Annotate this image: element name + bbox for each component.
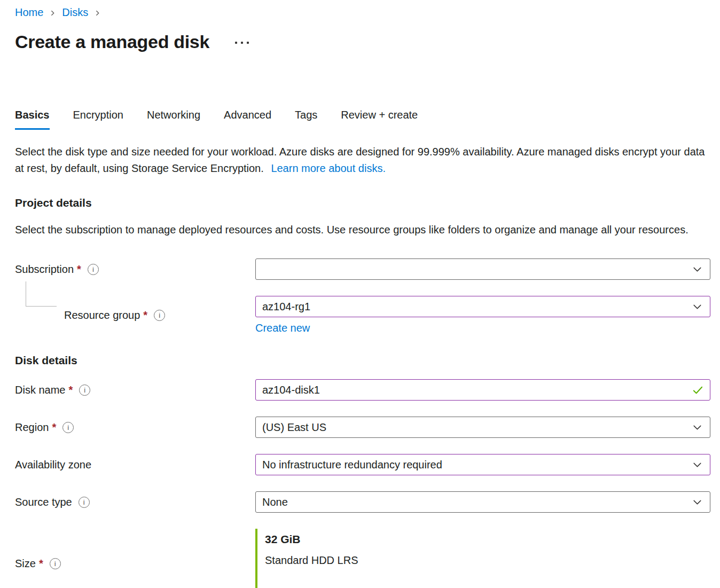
availability-zone-row: Availability zone No infrastructure redu… <box>15 454 710 475</box>
tab-networking[interactable]: Networking <box>147 108 200 130</box>
disk-name-input[interactable] <box>255 379 710 401</box>
ellipsis-dot <box>235 42 237 44</box>
region-label-group: Region * <box>15 417 255 438</box>
source-type-dropdown[interactable]: None <box>255 491 710 513</box>
ellipsis-dot <box>247 42 249 44</box>
tab-basics[interactable]: Basics <box>15 108 50 130</box>
title-row: Create a managed disk <box>15 31 710 52</box>
subscription-row: Subscription * <box>15 258 710 280</box>
tab-advanced[interactable]: Advanced <box>224 108 271 130</box>
source-type-row: Source type None <box>15 491 710 513</box>
subscription-dropdown[interactable] <box>255 258 710 280</box>
region-value: (US) East US <box>262 421 326 434</box>
create-new-link[interactable]: Create new <box>255 322 310 334</box>
breadcrumb-disks[interactable]: Disks <box>62 6 88 19</box>
availability-zone-dropdown[interactable]: No infrastructure redundancy required <box>255 454 710 475</box>
learn-more-link[interactable]: Learn more about disks. <box>271 162 386 174</box>
ellipsis-dot <box>241 42 243 44</box>
subscription-label-group: Subscription * <box>15 258 255 280</box>
disk-name-label: Disk name <box>15 384 65 396</box>
source-type-value: None <box>262 496 288 508</box>
resource-group-label: Resource group <box>64 309 140 322</box>
size-sku: Standard HDD LRS <box>265 554 710 567</box>
resource-group-row: Resource group * az104-rg1 Create new <box>15 296 710 334</box>
chevron-down-icon <box>691 496 703 508</box>
chevron-right-icon <box>49 9 57 17</box>
required-marker: * <box>39 558 43 570</box>
availability-zone-label: Availability zone <box>15 459 91 471</box>
resource-group-value: az104-rg1 <box>262 301 310 313</box>
chevron-right-icon <box>93 9 101 17</box>
resource-group-dropdown[interactable]: az104-rg1 <box>255 296 710 317</box>
source-type-label-group: Source type <box>15 491 255 513</box>
chevron-down-icon <box>691 263 703 276</box>
hierarchy-connector-line <box>26 281 57 307</box>
size-row: Size * 32 GiB Standard HDD LRS <box>15 529 710 588</box>
size-label: Size <box>15 558 36 570</box>
info-icon[interactable] <box>154 310 165 321</box>
availability-zone-label-group: Availability zone <box>15 454 255 475</box>
region-row: Region * (US) East US <box>15 417 710 438</box>
breadcrumb-home[interactable]: Home <box>15 6 43 19</box>
info-icon[interactable] <box>88 264 99 275</box>
project-details-form: Subscription * Resource group * <box>15 258 710 588</box>
info-icon[interactable] <box>62 422 74 433</box>
required-marker: * <box>52 421 56 434</box>
intro-paragraph: Select the disk type and size needed for… <box>15 144 710 177</box>
availability-zone-value: No infrastructure redundancy required <box>262 459 442 471</box>
page-title: Create a managed disk <box>15 31 209 52</box>
region-dropdown[interactable]: (US) East US <box>255 417 710 438</box>
chevron-down-icon <box>691 301 703 313</box>
breadcrumb: Home Disks <box>15 5 710 19</box>
info-icon[interactable] <box>79 497 90 508</box>
tab-tags[interactable]: Tags <box>295 108 317 130</box>
info-icon[interactable] <box>50 558 61 569</box>
disk-name-label-group: Disk name * <box>15 379 255 401</box>
checkmark-icon <box>692 384 704 396</box>
required-marker: * <box>77 263 81 276</box>
tab-encryption[interactable]: Encryption <box>73 108 124 130</box>
ellipsis-icon[interactable] <box>235 42 249 44</box>
subscription-label: Subscription <box>15 263 74 276</box>
section-heading-project-details: Project details <box>15 196 710 210</box>
size-label-group: Size * <box>15 529 255 588</box>
size-summary-block: 32 GiB Standard HDD LRS <box>255 529 710 588</box>
chevron-down-icon <box>691 459 703 471</box>
region-label: Region <box>15 421 49 434</box>
project-details-description: Select the subscription to manage deploy… <box>15 222 709 238</box>
create-managed-disk-page: Home Disks Create a managed disk Basics … <box>0 0 720 588</box>
required-marker: * <box>68 384 73 396</box>
size-value: 32 GiB <box>265 532 710 546</box>
chevron-down-icon <box>691 421 703 434</box>
source-type-label: Source type <box>15 496 72 508</box>
tab-bar: Basics Encryption Networking Advanced Ta… <box>15 108 710 130</box>
info-icon[interactable] <box>79 385 90 396</box>
disk-name-row: Disk name * <box>15 379 710 401</box>
section-heading-disk-details: Disk details <box>15 354 710 367</box>
required-marker: * <box>143 309 147 322</box>
tab-review-create[interactable]: Review + create <box>341 108 418 130</box>
